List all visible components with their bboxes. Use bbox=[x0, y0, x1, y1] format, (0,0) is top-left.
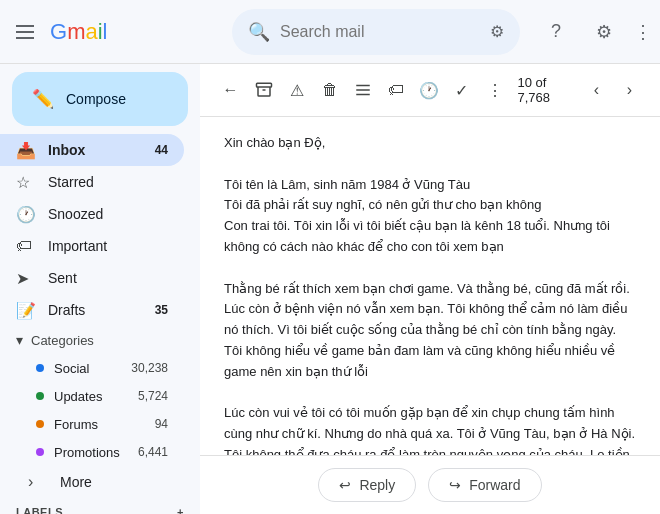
sidebar-item-important[interactable]: 🏷 Important bbox=[0, 230, 184, 262]
mail-toolbar: ← ⚠ 🗑 🏷 🕐 ✓ ⋮ 10 of 7,768 ‹ › bbox=[200, 64, 660, 117]
sidebar-item-snoozed[interactable]: 🕐 Snoozed bbox=[0, 198, 184, 230]
updates-label: Updates bbox=[54, 389, 102, 404]
add-task-button[interactable]: ✓ bbox=[447, 72, 476, 108]
main-layout: ✏️ Compose 📥 Inbox 44 ☆ Starred 🕐 Snooze… bbox=[0, 64, 660, 514]
inbox-label: Inbox bbox=[48, 142, 155, 158]
important-icon: 🏷 bbox=[16, 237, 36, 255]
forward-button[interactable]: ↪ Forward bbox=[428, 468, 541, 502]
prev-mail-button[interactable]: ‹ bbox=[582, 72, 611, 108]
drafts-label: Drafts bbox=[48, 302, 155, 318]
move-button[interactable] bbox=[348, 72, 377, 108]
sent-icon: ➤ bbox=[16, 269, 36, 288]
mail-count: 10 of 7,768 bbox=[517, 75, 570, 105]
categories-expand-icon: ▾ bbox=[16, 332, 23, 348]
forums-badge: 94 bbox=[155, 417, 168, 431]
drafts-badge: 35 bbox=[155, 303, 168, 317]
inbox-badge: 44 bbox=[155, 143, 168, 157]
svg-rect-0 bbox=[256, 83, 271, 87]
more-options-button[interactable]: ⋮ bbox=[480, 72, 509, 108]
top-bar-left: Gmail bbox=[16, 19, 216, 45]
compose-icon: ✏️ bbox=[32, 88, 54, 110]
reply-bar: ↩ Reply ↪ Forward bbox=[200, 455, 660, 514]
search-input[interactable] bbox=[280, 23, 480, 41]
next-mail-button[interactable]: › bbox=[615, 72, 644, 108]
important-label: Important bbox=[48, 238, 168, 254]
sidebar-item-drafts[interactable]: 📝 Drafts 35 bbox=[0, 294, 184, 326]
snooze-button[interactable]: 🕐 bbox=[414, 72, 443, 108]
sidebar-item-starred[interactable]: ☆ Starred bbox=[0, 166, 184, 198]
labels-button[interactable]: 🏷 bbox=[381, 72, 410, 108]
forums-dot bbox=[36, 420, 44, 428]
more-label: More bbox=[60, 474, 92, 490]
forward-label: Forward bbox=[469, 477, 520, 493]
snoozed-label: Snoozed bbox=[48, 206, 168, 222]
spam-button[interactable]: ⚠ bbox=[282, 72, 311, 108]
labels-title: Labels bbox=[16, 506, 63, 514]
social-label: Social bbox=[54, 361, 89, 376]
sidebar-item-more[interactable]: › More bbox=[0, 466, 184, 498]
labels-section: Labels + bbox=[0, 498, 200, 514]
add-label-button[interactable]: + bbox=[177, 506, 184, 514]
email-content-area: ← ⚠ 🗑 🏷 🕐 ✓ ⋮ 10 of 7,768 ‹ › Xin chào b… bbox=[200, 64, 660, 514]
updates-dot bbox=[36, 392, 44, 400]
reply-icon: ↩ bbox=[339, 477, 351, 493]
sidebar-item-social[interactable]: Social 30,238 bbox=[0, 354, 184, 382]
sidebar: ✏️ Compose 📥 Inbox 44 ☆ Starred 🕐 Snooze… bbox=[0, 64, 200, 514]
reply-button[interactable]: ↩ Reply bbox=[318, 468, 416, 502]
help-button[interactable]: ? bbox=[536, 12, 576, 52]
promotions-badge: 6,441 bbox=[138, 445, 168, 459]
search-icon: 🔍 bbox=[248, 21, 270, 43]
categories-label: Categories bbox=[31, 333, 94, 348]
drafts-icon: 📝 bbox=[16, 301, 36, 320]
compose-button[interactable]: ✏️ Compose bbox=[12, 72, 188, 126]
starred-label: Starred bbox=[48, 174, 168, 190]
more-icon: › bbox=[28, 473, 48, 491]
gmail-logo: Gmail bbox=[50, 19, 107, 45]
settings-button[interactable]: ⚙ bbox=[584, 12, 624, 52]
forums-label: Forums bbox=[54, 417, 98, 432]
snoozed-icon: 🕐 bbox=[16, 205, 36, 224]
promotions-dot bbox=[36, 448, 44, 456]
sidebar-item-sent[interactable]: ➤ Sent bbox=[0, 262, 184, 294]
sent-label: Sent bbox=[48, 270, 168, 286]
sidebar-item-promotions[interactable]: Promotions 6,441 bbox=[0, 438, 184, 466]
reply-label: Reply bbox=[359, 477, 395, 493]
top-bar-right: ? ⚙ ⋮⋮ T bbox=[536, 12, 660, 52]
search-options-icon[interactable]: ⚙ bbox=[490, 22, 504, 41]
categories-header[interactable]: ▾ Categories bbox=[0, 326, 200, 354]
email-text: Xin chào bạn Độ, Tôi tên là Lâm, sinh nă… bbox=[224, 133, 636, 455]
forward-icon: ↪ bbox=[449, 477, 461, 493]
delete-button[interactable]: 🗑 bbox=[315, 72, 344, 108]
back-button[interactable]: ← bbox=[216, 72, 245, 108]
hamburger-menu-button[interactable] bbox=[16, 25, 34, 39]
top-bar: Gmail 🔍 ⚙ ? ⚙ ⋮⋮ T bbox=[0, 0, 660, 64]
social-badge: 30,238 bbox=[131, 361, 168, 375]
sidebar-item-forums[interactable]: Forums 94 bbox=[0, 410, 184, 438]
social-dot bbox=[36, 364, 44, 372]
apps-button[interactable]: ⋮⋮ bbox=[632, 12, 660, 52]
updates-badge: 5,724 bbox=[138, 389, 168, 403]
inbox-icon: 📥 bbox=[16, 141, 36, 160]
promotions-label: Promotions bbox=[54, 445, 120, 460]
compose-label: Compose bbox=[66, 91, 126, 107]
starred-icon: ☆ bbox=[16, 173, 36, 192]
sidebar-item-inbox[interactable]: 📥 Inbox 44 bbox=[0, 134, 184, 166]
archive-button[interactable] bbox=[249, 72, 278, 108]
email-body: Xin chào bạn Độ, Tôi tên là Lâm, sinh nă… bbox=[200, 117, 660, 455]
sidebar-item-updates[interactable]: Updates 5,724 bbox=[0, 382, 184, 410]
search-bar[interactable]: 🔍 ⚙ bbox=[232, 9, 520, 55]
